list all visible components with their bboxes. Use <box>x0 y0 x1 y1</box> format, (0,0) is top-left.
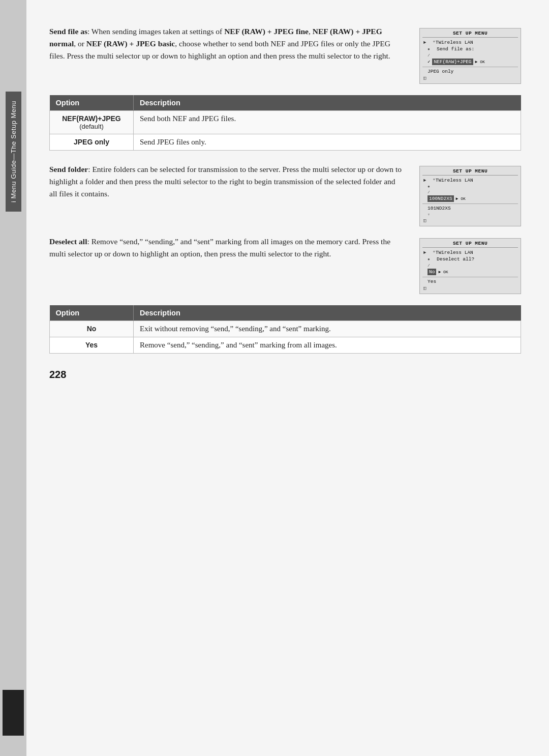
camera-icon: ● <box>428 47 435 51</box>
send-folder-paragraph: Send folder: Entire folders can be selec… <box>49 163 404 226</box>
page-number: 228 <box>49 369 521 381</box>
table2-row2-option: Yes <box>50 337 134 354</box>
scr1-ok-arrow: ► OK <box>475 60 485 64</box>
scr3-deselect: Deselect all? <box>437 256 474 262</box>
table1-col1-header: Option <box>50 95 134 111</box>
grid-icon: ◫ <box>423 75 431 81</box>
scr3-no: No <box>428 269 436 275</box>
scr2-folder2: 101ND2XS <box>428 206 451 211</box>
table2-row1-desc: Exit without removing “send,” “sending,”… <box>134 321 521 337</box>
scr2-folder1-row: 100ND2XS ► OK <box>422 195 518 202</box>
deselect-all-bold: Deselect all <box>49 237 87 246</box>
scr2-separator <box>422 203 518 204</box>
scr2-pencil-icon: / <box>428 190 435 194</box>
scr3-row-wireless: ► °TWireless LAN <box>422 249 518 256</box>
scr1-bottom-icons: ◫ <box>422 75 518 81</box>
scr3-row-camera: ● Deselect all? <box>422 256 518 263</box>
scr1-jpeg-only: JPEG only <box>428 69 453 74</box>
scr3-bottom-icons: ◫ <box>422 285 518 292</box>
scr2-folder1: 100ND2XS <box>428 195 454 202</box>
table1-row1-option: NEF(RAW)+JPEG (default) <box>50 111 134 134</box>
scr1-jpeg-only-row: JPEG only <box>422 68 518 75</box>
scr3-ok: ► OK <box>438 270 448 274</box>
scr1-row-pen: / <box>422 52 518 58</box>
play-icon: ► <box>423 40 431 45</box>
table2-col1-header: Option <box>50 305 134 321</box>
scr3-wireless-lan: °TWireless LAN <box>433 250 517 255</box>
send-folder-bold: Send folder <box>49 165 88 173</box>
nef-jpeg-fine: NEF (RAW) + JPEG fine <box>224 27 309 36</box>
table1-row2: JPEG only Send JPEG files only. <box>50 134 521 151</box>
scr3-no-row: No ► OK <box>422 268 518 276</box>
scr3-row-pen: / <box>422 263 518 268</box>
scr3-separator <box>422 277 518 277</box>
scr2-v-icon: ▿ <box>428 212 435 217</box>
scr2-row-v: ▿ <box>422 212 518 217</box>
scr1-send-file: Send file as: <box>437 46 474 52</box>
send-file-as-text1: : When sending images taken at settings … <box>87 27 224 36</box>
table1: Option Description NEF(RAW)+JPEG (defaul… <box>49 95 521 151</box>
scr2-grid-icon: ◫ <box>423 218 431 223</box>
screenshot2: SET UP MENU ► °TWireless LAN ● / 100ND2X… <box>419 166 521 226</box>
table2: Option Description No Exit without remov… <box>49 305 521 354</box>
send-file-as-bold: Send file as <box>49 27 87 36</box>
screenshot1-title: SET UP MENU <box>422 31 518 38</box>
scr1-wireless-lan: °TWireless LAN <box>433 40 517 45</box>
table1-row2-option: JPEG only <box>50 134 134 151</box>
scr2-bottom-icons: ◫ <box>422 217 518 224</box>
scr2-camera-icon: ● <box>428 184 435 189</box>
sidebar-bottom-block <box>3 690 24 736</box>
table2-row2-desc: Remove “send,” “sending,” and “sent” mar… <box>134 337 521 354</box>
sidebar-tab-label: i Menu Guide—The Setup Menu <box>6 92 21 212</box>
table1-row1: NEF(RAW)+JPEG (default) Send both NEF an… <box>50 111 521 134</box>
table2-col2-header: Description <box>134 305 521 321</box>
screenshot3: SET UP MENU ► °TWireless LAN ● Deselect … <box>419 238 521 294</box>
scr2-row-camera: ● <box>422 184 518 189</box>
screenshot2-title: SET UP MENU <box>422 168 518 176</box>
deselect-all-paragraph: Deselect all: Remove “send,” “sending,” … <box>49 236 404 294</box>
scr2-row-pen: / <box>422 189 518 195</box>
deselect-all-rest: : Remove “send,” “sending,” and “sent” m… <box>49 237 390 258</box>
scr3-pencil-icon: / <box>428 263 435 268</box>
table2-header-row: Option Description <box>50 305 521 321</box>
scr2-row-wireless: ► °TWireless LAN <box>422 177 518 184</box>
table1-row2-desc: Send JPEG files only. <box>134 134 521 151</box>
table2-row2: Yes Remove “send,” “sending,” and “sent”… <box>50 337 521 354</box>
mid-section: Send folder: Entire folders can be selec… <box>49 163 521 226</box>
scr1-row-camera: ● Send file as: <box>422 46 518 52</box>
send-folder-rest: : Entire folders can be selected for tra… <box>49 165 402 198</box>
scr3-yes-row: Yes <box>422 278 518 285</box>
nef-jpeg-basic: NEF (RAW) + JPEG basic <box>86 39 175 48</box>
sidebar: i Menu Guide—The Setup Menu <box>0 0 26 756</box>
table2-row1-option: No <box>50 321 134 337</box>
scr1-nef-row: ✓ NEF(RAW)+JPEG ► OK <box>422 58 518 66</box>
scr1-row-wireless: ► °TWireless LAN <box>422 39 518 46</box>
scr3-camera-icon: ● <box>428 257 435 261</box>
scr2-wireless-lan: °TWireless LAN <box>433 178 517 183</box>
scr1-nef-jpeg: NEF(RAW)+JPEG <box>432 59 473 65</box>
scr2-ok: ► OK <box>456 196 466 201</box>
page-container: i Menu Guide—The Setup Menu Send file as… <box>0 0 549 756</box>
table1-header-row: Option Description <box>50 95 521 111</box>
scr2-play-icon: ► <box>423 178 431 183</box>
scr3-play-icon: ► <box>423 250 431 255</box>
top-section: Send file as: When sending images taken … <box>49 25 521 84</box>
table2-row1: No Exit without removing “send,” “sendin… <box>50 321 521 337</box>
scr3-grid-icon: ◫ <box>423 285 431 291</box>
scr1-separator <box>422 67 518 67</box>
scr2-folder2-row: 101ND2XS <box>422 205 518 212</box>
table1-row1-desc: Send both NEF and JPEG files. <box>134 111 521 134</box>
screenshot1: SET UP MENU ► °TWireless LAN ● Send file… <box>419 28 521 84</box>
main-content: Send file as: When sending images taken … <box>26 0 549 756</box>
table1-col2-header: Description <box>134 95 521 111</box>
lower-section: Deselect all: Remove “send,” “sending,” … <box>49 236 521 294</box>
screenshot3-title: SET UP MENU <box>422 241 518 248</box>
scr3-yes: Yes <box>428 279 436 284</box>
pencil-icon: / <box>428 53 435 57</box>
send-file-as-paragraph: Send file as: When sending images taken … <box>49 25 404 84</box>
